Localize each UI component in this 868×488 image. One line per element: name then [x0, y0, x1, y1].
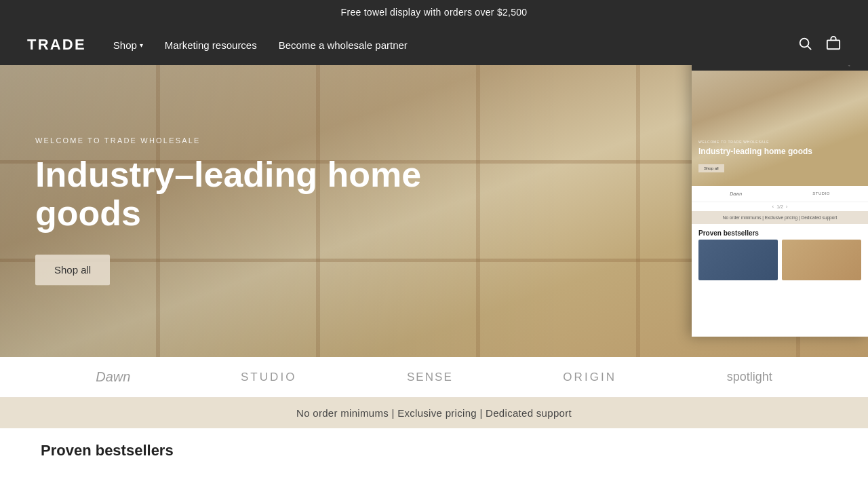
mockup-hero-content: WELCOME TO TRADE WHOLESALE Industry-lead… [698, 140, 812, 172]
mockup-cart-icon[interactable]: 🛍 [854, 65, 861, 67]
mockup-product-2[interactable] [782, 240, 861, 280]
hero-content: WELCOME TO TRADE WHOLESALE Industry–lead… [35, 136, 429, 285]
mobile-mockup: Free towel display with orders over $2,5… [692, 65, 868, 337]
mockup-brands: Dawn STUDIO [692, 186, 868, 202]
logo[interactable]: TRADE [27, 36, 86, 54]
announcement-text: Free towel display with orders over $2,5… [341, 7, 528, 18]
bottom-section: Proven bestsellers [0, 428, 868, 459]
mockup-prev-icon[interactable]: ‹ [772, 204, 774, 210]
mockup-nav-arrows: ‹ 1/2 › [692, 202, 868, 211]
mockup-header-icons: 🔍 🛍 [842, 65, 861, 67]
mockup-hero: WELCOME TO TRADE WHOLESALE Industry-lead… [692, 71, 868, 186]
mockup-hamburger-icon[interactable]: ☰ [698, 65, 705, 67]
nav-item-wholesale[interactable]: Become a wholesale partner [279, 39, 408, 51]
perks-bar: No order minimums | Exclusive pricing | … [0, 398, 868, 428]
hero-section: WELCOME TO TRADE WHOLESALE Industry–lead… [0, 65, 868, 357]
svg-rect-2 [827, 40, 840, 49]
mockup-logo: TRADE [762, 65, 786, 67]
brand-sense[interactable]: SENSE [407, 371, 453, 384]
search-icon[interactable] [797, 36, 812, 54]
perks-text: No order minimums | Exclusive pricing | … [296, 407, 572, 419]
header-icons [797, 36, 841, 54]
hero-title: Industry–leading home goods [35, 155, 429, 233]
mockup-hero-subtitle: WELCOME TO TRADE WHOLESALE [698, 140, 812, 144]
hero-cta-button[interactable]: Shop all [35, 255, 110, 286]
mockup-brand-dawn: Dawn [730, 191, 742, 196]
mockup-inner: Free towel display with orders over $2,5… [692, 65, 868, 337]
brand-origin[interactable]: ORIGIN [563, 371, 616, 384]
mockup-header: ☰ TRADE 🔍 🛍 [692, 65, 868, 71]
svg-line-1 [808, 46, 811, 50]
announcement-bar: Free towel display with orders over $2,5… [0, 0, 868, 24]
mockup-next-icon[interactable]: › [786, 204, 788, 210]
proven-bestsellers-title: Proven bestsellers [41, 442, 174, 459]
cart-icon[interactable] [826, 36, 841, 54]
mockup-hero-cta[interactable]: Shop all [698, 164, 724, 172]
brand-dawn[interactable]: Dawn [96, 369, 130, 385]
mockup-section-title: Proven bestsellers [692, 224, 868, 240]
brand-spotlight[interactable]: spotlight [727, 370, 772, 384]
hero-subtitle: WELCOME TO TRADE WHOLESALE [35, 136, 429, 145]
brand-studio[interactable]: STUDIO [241, 371, 297, 384]
nav-item-shop[interactable]: Shop ▾ [113, 39, 143, 51]
mockup-perks: No order minimums | Exclusive pricing | … [692, 211, 868, 224]
mockup-product-1[interactable] [698, 240, 778, 280]
mockup-products [692, 240, 868, 280]
header: TRADE Shop ▾ Marketing resources Become … [0, 24, 868, 65]
chevron-down-icon: ▾ [140, 41, 143, 49]
mockup-page-indicator: 1/2 [776, 204, 783, 209]
brands-bar: Dawn STUDIO SENSE ORIGIN spotlight [0, 357, 868, 398]
main-nav: Shop ▾ Marketing resources Become a whol… [113, 39, 797, 51]
nav-item-marketing[interactable]: Marketing resources [165, 39, 257, 51]
mockup-search-icon[interactable]: 🔍 [842, 65, 850, 67]
mockup-brand-studio: STUDIO [812, 191, 830, 196]
svg-point-0 [800, 38, 809, 47]
mockup-hero-title: Industry-leading home goods [698, 147, 812, 156]
